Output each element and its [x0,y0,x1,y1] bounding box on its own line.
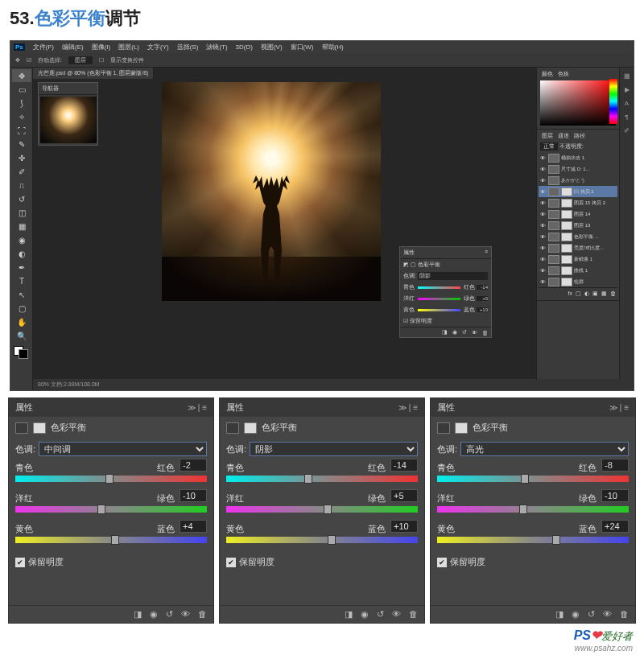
reset-icon[interactable]: ↺ [462,329,467,336]
slider-value[interactable]: -8 [601,459,629,472]
tone-select[interactable]: 阴影 [418,272,488,280]
layer-row[interactable]: 👁壳度/对比度... [539,242,617,253]
type-tool[interactable]: T [12,274,31,287]
layer-thumb[interactable] [548,221,559,230]
pen-tool[interactable]: ✒ [12,261,31,274]
stamp-tool[interactable]: ⎍ [12,179,31,192]
slider-cr[interactable] [418,286,460,289]
layer-row[interactable]: 👁图层 15 拷贝 2 [539,197,617,208]
color-tab[interactable]: 颜色 [542,70,553,78]
visibility-icon[interactable]: 👁 [540,268,547,274]
layer-row[interactable]: 👁图层 14 [539,208,617,220]
slider-yb[interactable] [418,309,460,311]
document-tab[interactable]: 光芒鹿.psd @ 80% (色彩平衡 1, 图层蒙版/8) [33,68,154,79]
hue-strip[interactable] [609,79,617,124]
reset-icon[interactable]: ↺ [377,609,384,620]
menu-layer[interactable]: 图层(L) [118,43,139,51]
layer-row[interactable]: 👁新鲜曲 1 [539,253,617,265]
tone-select[interactable]: 阴影 [250,442,418,456]
eye-icon[interactable]: 👁 [603,609,612,620]
layer-row[interactable]: 👁色彩平衡 ... [539,231,617,242]
slider-value[interactable]: -2 [180,459,207,472]
layer-row[interactable]: 👁轮廓 [539,276,617,287]
slider-track[interactable] [437,537,629,543]
tone-select[interactable]: 高光 [460,442,629,456]
lasso-tool[interactable]: ⟆ [12,97,31,109]
slider-track[interactable] [15,476,207,482]
eye-icon[interactable]: 👁 [181,609,190,620]
slider-track[interactable] [226,506,418,513]
panel-menu-icon[interactable]: ≡ [485,249,488,257]
auto-select-target[interactable]: 图层 [68,56,93,64]
history-icon[interactable]: ▦ [620,69,634,82]
trash-icon[interactable]: 🗑 [409,609,418,620]
dodge-tool[interactable]: ◐ [12,247,31,260]
slider-track[interactable] [437,476,629,482]
mask-thumb[interactable] [561,233,572,241]
move-tool-icon[interactable]: ✥ [15,57,20,64]
del-icon[interactable]: 🗑 [610,290,616,296]
slider-value[interactable]: +5 [390,489,418,502]
clip-icon[interactable]: ◨ [134,609,142,620]
eye-icon[interactable]: 👁 [472,330,477,336]
trash-icon[interactable]: 🗑 [198,609,207,620]
mask-thumb[interactable] [561,255,572,264]
visibility-icon[interactable]: 👁 [540,155,547,161]
properties-floating[interactable]: 属性≡ ◩ ▢色彩平衡 色调:阴影 青色红色-14 洋红绿色+5 黄色蓝色+10… [399,246,492,338]
fx-icon[interactable]: fx [568,290,572,296]
menu-filter[interactable]: 滤镜(T) [206,43,227,51]
layer-thumb[interactable] [548,244,559,253]
slider-knob[interactable] [97,505,105,514]
slider-knob[interactable] [521,474,529,484]
layer-thumb[interactable] [548,176,559,185]
trash-icon[interactable]: 🗑 [620,609,629,620]
mask-thumb[interactable] [561,244,572,253]
heal-tool[interactable]: ✜ [12,151,31,164]
path-tool[interactable]: ↖ [12,288,31,301]
panel-menu-icon[interactable]: ≫ | ≡ [398,403,418,412]
layer-thumb[interactable] [548,278,559,286]
reset-icon[interactable]: ↺ [588,609,595,620]
swatch-tab[interactable]: 色板 [558,70,569,78]
slider-track[interactable] [15,506,207,513]
layer-thumb[interactable] [548,199,559,208]
slider-value[interactable]: +10 [390,520,418,533]
gradient-tool[interactable]: ▦ [12,220,31,233]
layer-row[interactable]: 👁尺寸减 D: 1... [539,163,617,175]
menu-window[interactable]: 窗口(W) [291,43,314,51]
visibility-icon[interactable]: 👁 [540,189,547,195]
eye-icon[interactable]: 👁 [392,609,401,620]
clip-icon[interactable]: ◨ [442,329,448,336]
slider-mg[interactable] [418,298,460,300]
slider-value[interactable]: -10 [180,489,207,502]
mask-thumb[interactable] [561,278,572,286]
prev-icon[interactable]: ◉ [150,609,158,620]
preserve-check[interactable]: ☑ [403,318,408,324]
layer-row[interactable]: 👁曲线 1 [539,265,617,276]
layer-row[interactable]: 👁桶抽水改 1 [539,152,617,163]
slider-track[interactable] [226,476,418,482]
layer-thumb[interactable] [548,233,559,241]
clip-icon[interactable]: ◨ [345,609,353,620]
layer-thumb[interactable] [548,266,559,275]
slider-value[interactable]: +4 [180,520,207,533]
marquee-tool[interactable]: ▭ [12,83,31,96]
layer-row[interactable]: 👁曰 拷贝 2 [539,186,617,197]
trash-icon[interactable]: 🗑 [482,330,488,336]
folder-icon[interactable]: ▣ [592,290,598,297]
preserve-checkbox[interactable]: ✔ [15,558,25,567]
blend-mode[interactable]: 正常 [540,142,558,150]
mask-thumb[interactable] [561,266,572,275]
blur-tool[interactable]: ◉ [12,233,31,246]
brush-icon[interactable]: ✐ [620,124,634,137]
visibility-icon[interactable]: 👁 [540,178,547,183]
clip-icon[interactable]: ◨ [555,609,564,620]
slider-track[interactable] [437,506,629,513]
char-icon[interactable]: A [620,97,634,109]
visibility-icon[interactable]: 👁 [540,223,547,229]
wand-tool[interactable]: ✧ [12,110,31,123]
mask-thumb[interactable] [561,210,572,219]
layer-row[interactable]: 👁あかがとう [539,175,617,186]
visibility-icon[interactable]: 👁 [540,279,547,285]
menu-view[interactable]: 视图(V) [261,43,283,51]
